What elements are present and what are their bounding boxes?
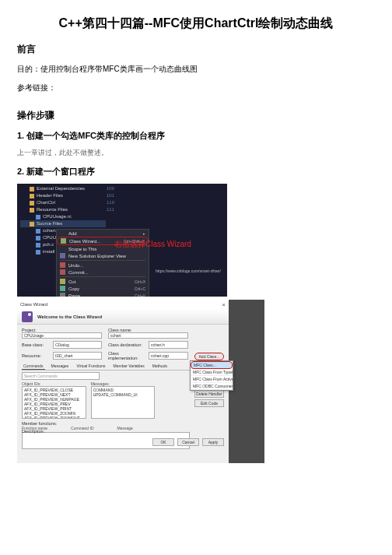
ctx-commit[interactable]: Commit... xyxy=(57,269,149,276)
file-icon xyxy=(36,215,40,220)
dialog-banner: Welcome to the Class Wizard xyxy=(17,309,229,325)
step1-title: 1. 创建一个勾选MFC类库的控制台程序 xyxy=(17,130,375,142)
folder-icon xyxy=(30,208,34,213)
file-icon xyxy=(36,250,40,255)
search-input[interactable]: Search Commands xyxy=(22,372,100,380)
apply-button[interactable]: Apply xyxy=(202,438,224,446)
tree-item[interactable]: cchart xyxy=(43,227,55,234)
tree-item[interactable]: CPUUsage.rc xyxy=(43,213,72,220)
messages-label: Messages: xyxy=(91,381,110,386)
cancel-button[interactable]: Cancel xyxy=(177,438,199,446)
classdecl-dropdown[interactable]: cchart.h xyxy=(149,341,188,349)
folder-icon xyxy=(30,187,34,191)
step1-note: 上一章讲过，此处不做赘述。 xyxy=(17,148,375,158)
purpose-text: 目的：使用控制台程序带MFC类库画一个动态曲线图 xyxy=(17,64,375,75)
col-command-id: Command ID xyxy=(71,426,93,430)
file-icon xyxy=(36,236,40,241)
dark-side-panel xyxy=(229,300,264,463)
tree-item-selected[interactable]: Source Files xyxy=(37,220,62,227)
resource-field: IDD_chart xyxy=(53,352,102,360)
preface-heading: 前言 xyxy=(17,43,375,56)
add-class-button[interactable]: Add Class... xyxy=(194,353,224,360)
file-icon xyxy=(36,229,40,234)
folder-icon xyxy=(30,194,34,198)
classimpl-dropdown[interactable]: cchart.cpp xyxy=(149,352,188,360)
tree-item[interactable]: Header Files xyxy=(37,192,63,199)
ok-button[interactable]: OK xyxy=(152,438,174,446)
line-numbers: 100 101 110 111 xyxy=(107,185,114,213)
add-class-dropdown: MFC Class... MFC Class From TypeLib... M… xyxy=(190,360,233,391)
tab-member-variables[interactable]: Member Variables xyxy=(112,363,146,370)
tree-item[interactable]: CPUU xyxy=(43,234,56,241)
wizard-icon xyxy=(22,311,33,322)
dropdown-mfc-class[interactable]: MFC Class... xyxy=(191,361,233,369)
baseclass-label: Base class: xyxy=(22,342,50,347)
dialog-title: Class Wizard xyxy=(20,302,47,307)
object-ids-list[interactable]: AFX_ID_PREVIEW_CLOSE AFX_ID_PREVIEW_NEXT… xyxy=(22,386,86,419)
tree-item[interactable]: install xyxy=(43,248,54,255)
col-message: Message xyxy=(117,426,133,430)
reference-text: 参考链接： xyxy=(17,83,375,93)
delete-handler-button[interactable]: Delete Handler xyxy=(194,390,224,398)
tab-virtual-functions[interactable]: Virtual Functions xyxy=(75,363,107,370)
page-title: C++第四十四篇--MFC使用ChartCtrl绘制动态曲线 xyxy=(17,16,375,32)
tab-methods[interactable]: Methods xyxy=(151,363,169,370)
tree-item[interactable]: External Dependencies xyxy=(37,185,85,192)
steps-heading: 操作步骤 xyxy=(17,109,375,122)
screenshot-classwizard: Class Wizard × Welcome to the Class Wiza… xyxy=(17,300,229,463)
baseclass-field: CDialog xyxy=(53,341,102,349)
tree-item[interactable]: pch.c xyxy=(43,241,54,248)
folder-icon xyxy=(30,201,34,205)
objids-label: Object IDs: xyxy=(22,381,41,386)
edit-code-button[interactable]: Edit Code xyxy=(194,399,224,407)
watermark-url: https://www.cnblogs.com/smart-zihan/ xyxy=(156,269,221,273)
description-label: Description: xyxy=(22,429,44,434)
dropdown-mfc-typelib[interactable]: MFC Class From TypeLib... xyxy=(191,369,233,376)
ctx-paste[interactable]: PasteCtrl+V xyxy=(57,292,149,297)
ctx-cut[interactable]: CutCtrl+X xyxy=(57,278,149,285)
step2-title: 2. 新建一个窗口程序 xyxy=(17,166,375,177)
classname-dropdown[interactable]: cchart xyxy=(108,332,188,339)
file-icon xyxy=(36,243,40,248)
ctx-add[interactable]: Add▸ xyxy=(57,230,149,237)
dropdown-mfc-odbc[interactable]: MFC ODBC Consumer... xyxy=(191,383,233,390)
welcome-text: Welcome to the Class Wizard xyxy=(37,314,102,319)
classdecl-label: Class declaration: xyxy=(108,342,145,347)
messages-list[interactable]: COMMAND UPDATE_COMMAND_UI xyxy=(91,386,156,419)
ctx-new-solution-view[interactable]: New Solution Explorer View xyxy=(57,252,149,259)
classimpl-label: Class implementation: xyxy=(108,351,145,360)
ctx-undo[interactable]: Undo... xyxy=(57,262,149,269)
resource-label: Resource: xyxy=(22,353,50,358)
annotation-text: 右击选择Class Wizard xyxy=(114,239,191,250)
tab-commands[interactable]: Commands xyxy=(22,363,45,370)
folder-icon xyxy=(30,222,34,227)
project-dropdown[interactable]: CPUUsage xyxy=(22,332,102,339)
tree-item[interactable]: ChartCtrl xyxy=(37,199,55,206)
tab-messages[interactable]: Messages xyxy=(50,363,71,370)
dialog-titlebar: Class Wizard × xyxy=(17,300,229,309)
tree-item[interactable]: Resource Files xyxy=(37,206,68,213)
ctx-copy[interactable]: CopyCtrl+C xyxy=(57,285,149,292)
screenshot-contextmenu: External Dependencies Header Files Chart… xyxy=(17,184,227,297)
close-icon[interactable]: × xyxy=(222,301,226,308)
dropdown-mfc-activex[interactable]: MFC Class From ActiveX Control... xyxy=(191,376,233,383)
